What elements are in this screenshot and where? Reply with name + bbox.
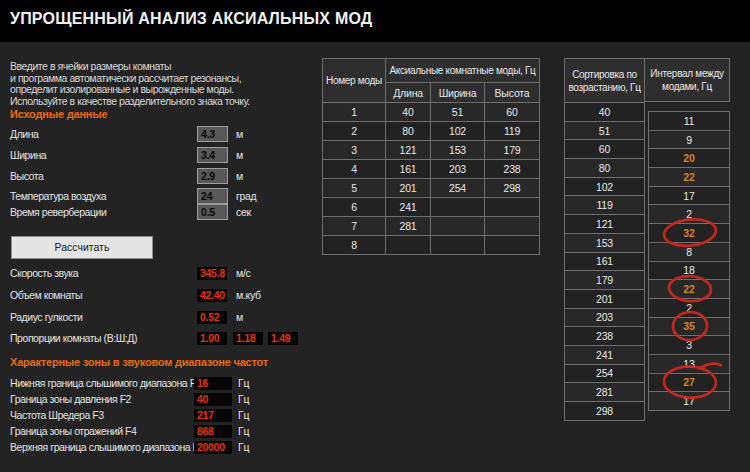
interval-row: 8 (649, 242, 730, 261)
modes-table-row: 3121153179 (323, 141, 540, 160)
modes-cell: 5 (323, 179, 386, 198)
modes-table-row: 7281 (323, 217, 540, 236)
modes-cell: 119 (485, 122, 540, 141)
zone-value-5: 20000 (194, 441, 232, 454)
modes-cell: 298 (485, 179, 540, 198)
interval-row: 13 (649, 354, 730, 373)
interval-row: 32 (649, 224, 730, 243)
interval-row: 22 (649, 280, 730, 299)
modes-cell: 238 (485, 160, 540, 179)
interval-row: 2 (649, 205, 730, 224)
sorted-frequency-cell: 40 (565, 103, 645, 122)
output-unit-1: м/с (236, 267, 251, 279)
input-label-2: Ширина (10, 149, 46, 161)
sorted-frequency-cell: 179 (565, 271, 645, 290)
sorted-row: 60 (565, 140, 645, 159)
modes-cell: 1 (323, 103, 386, 122)
interval-row: 17 (649, 392, 730, 411)
sorted-frequency-cell: 203 (565, 308, 645, 327)
sorted-frequency-cell: 241 (565, 345, 645, 364)
interval-row: 22 (649, 168, 730, 187)
interval-value-cell: 8 (649, 242, 730, 261)
section-header-inputs: Исходные данные (10, 108, 107, 120)
zone-unit-1: Гц (238, 377, 249, 389)
modes-table-row: 5201254298 (323, 179, 540, 198)
modes-cell (386, 236, 431, 255)
sorted-frequency-cell: 119 (565, 196, 645, 215)
modes-cell: 201 (386, 179, 431, 198)
modes-cell: 241 (386, 198, 431, 217)
modes-cell: 8 (323, 236, 386, 255)
modes-cell: 3 (323, 141, 386, 160)
output-unit-2: м.куб (236, 289, 261, 301)
sorted-frequency-cell: 161 (565, 252, 645, 271)
calculate-button[interactable]: Рассчитать (11, 236, 153, 259)
interval-row: 11 (649, 112, 730, 131)
input-field-3[interactable]: 2.9 (197, 168, 228, 184)
output-value-3-1: 0.52 (197, 311, 227, 324)
sorted-row: 298 (565, 402, 645, 421)
output-value-4-2: 1.18 (233, 332, 263, 345)
modes-cell: 254 (431, 179, 485, 198)
sorted-frequency-cell: 153 (565, 233, 645, 252)
interval-value-cell: 22 (649, 280, 730, 299)
modes-cell (485, 217, 540, 236)
output-value-2-1: 42.40 (197, 289, 227, 302)
input-unit-1: м (236, 128, 243, 140)
intervals-table-header: Интервал между модами, Гц (644, 58, 730, 102)
input-label-4: Температура воздуха (10, 190, 106, 202)
sorted-frequency-cell: 60 (565, 140, 645, 159)
interval-value-cell: 22 (649, 168, 730, 187)
sorted-frequencies-table: Сортировка по возрастанию, Гц40516080102… (564, 58, 645, 421)
sorted-row: 102 (565, 177, 645, 196)
input-field-5[interactable]: 0.5 (197, 204, 228, 220)
modes-cell: 281 (386, 217, 431, 236)
axial-modes-analyzer-app: УПРОЩЕННЫЙ АНАЛИЗ АКСИАЛЬНЫХ МОД Введите… (0, 0, 750, 472)
interval-value-cell: 13 (649, 354, 730, 373)
input-unit-5: сек (236, 206, 251, 218)
sorted-frequency-cell: 298 (565, 402, 645, 421)
zone-value-4: 868 (194, 425, 232, 438)
input-label-5: Время реверберации (10, 206, 106, 218)
axial-modes-table: Номер модыАксиальные комнатные моды, ГцД… (322, 58, 540, 255)
sorted-row: 119 (565, 196, 645, 215)
input-field-1[interactable]: 4.3 (197, 126, 228, 142)
sorted-frequency-cell: 281 (565, 383, 645, 402)
sorted-frequency-cell: 51 (565, 121, 645, 140)
sorted-frequency-cell: 121 (565, 215, 645, 234)
interval-row: 18 (649, 261, 730, 280)
interval-value-cell: 18 (649, 261, 730, 280)
modes-cell: 203 (431, 160, 485, 179)
interval-value-cell: 17 (649, 392, 730, 411)
modes-cell: 7 (323, 217, 386, 236)
modes-cell (485, 236, 540, 255)
sorted-frequency-cell: 238 (565, 327, 645, 346)
interval-row: 3 (649, 336, 730, 355)
output-label-3: Радиус гулкости (10, 311, 83, 323)
modes-cell: 2 (323, 122, 386, 141)
sorted-row: 179 (565, 271, 645, 290)
modes-cell: 102 (431, 122, 485, 141)
output-label-2: Объем комнаты (10, 289, 82, 301)
sorted-row: 121 (565, 215, 645, 234)
modes-cell: 161 (386, 160, 431, 179)
interval-value-cell: 11 (649, 112, 730, 131)
zone-unit-2: Гц (238, 393, 249, 405)
input-field-4[interactable]: 24 (197, 188, 228, 204)
input-field-2[interactable]: 3.4 (197, 147, 228, 163)
modes-table-row: 280102119 (323, 122, 540, 141)
modes-cell: 153 (431, 141, 485, 160)
output-label-1: Скорость звука (10, 267, 78, 279)
sorted-row: 203 (565, 308, 645, 327)
zone-label-1: Нижняя граница слышимого диапазона F1 (10, 377, 201, 389)
modes-cell: 4 (323, 160, 386, 179)
modes-cell: 80 (386, 122, 431, 141)
modes-cell (431, 217, 485, 236)
zone-value-1: 16 (194, 377, 232, 390)
input-unit-4: град (236, 190, 256, 202)
modes-subcol-header: Длина (386, 83, 431, 103)
top-bar: УПРОЩЕННЫЙ АНАЛИЗ АКСИАЛЬНЫХ МОД (0, 0, 750, 42)
sorted-table-header: Сортировка по возрастанию, Гц (565, 59, 645, 103)
sorted-frequency-cell: 102 (565, 177, 645, 196)
zone-unit-5: Гц (238, 441, 249, 453)
